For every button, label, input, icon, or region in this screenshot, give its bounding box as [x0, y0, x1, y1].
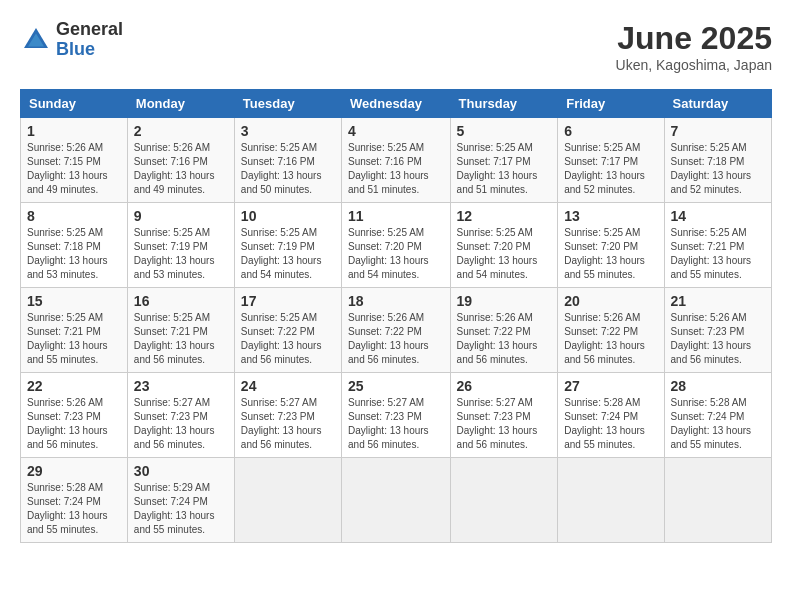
day-number: 15 — [27, 293, 121, 309]
calendar-week-row: 22 Sunrise: 5:26 AM Sunset: 7:23 PM Dayl… — [21, 373, 772, 458]
day-number: 9 — [134, 208, 228, 224]
logo-blue-label: Blue — [56, 40, 123, 60]
header-sunday: Sunday — [21, 90, 128, 118]
table-row: 3 Sunrise: 5:25 AM Sunset: 7:16 PM Dayli… — [234, 118, 341, 203]
day-number: 6 — [564, 123, 657, 139]
day-info: Sunrise: 5:26 AM Sunset: 7:22 PM Dayligh… — [457, 311, 552, 367]
table-row: 24 Sunrise: 5:27 AM Sunset: 7:23 PM Dayl… — [234, 373, 341, 458]
calendar-table: Sunday Monday Tuesday Wednesday Thursday… — [20, 89, 772, 543]
day-info: Sunrise: 5:25 AM Sunset: 7:19 PM Dayligh… — [134, 226, 228, 282]
day-info: Sunrise: 5:26 AM Sunset: 7:22 PM Dayligh… — [564, 311, 657, 367]
day-info: Sunrise: 5:29 AM Sunset: 7:24 PM Dayligh… — [134, 481, 228, 537]
day-info: Sunrise: 5:25 AM Sunset: 7:20 PM Dayligh… — [564, 226, 657, 282]
table-row: 11 Sunrise: 5:25 AM Sunset: 7:20 PM Dayl… — [342, 203, 451, 288]
day-info: Sunrise: 5:26 AM Sunset: 7:16 PM Dayligh… — [134, 141, 228, 197]
day-number: 1 — [27, 123, 121, 139]
table-row: 27 Sunrise: 5:28 AM Sunset: 7:24 PM Dayl… — [558, 373, 664, 458]
day-number: 13 — [564, 208, 657, 224]
day-info: Sunrise: 5:26 AM Sunset: 7:22 PM Dayligh… — [348, 311, 444, 367]
day-number: 12 — [457, 208, 552, 224]
day-info: Sunrise: 5:25 AM Sunset: 7:20 PM Dayligh… — [457, 226, 552, 282]
day-number: 17 — [241, 293, 335, 309]
day-number: 21 — [671, 293, 765, 309]
table-row: 6 Sunrise: 5:25 AM Sunset: 7:17 PM Dayli… — [558, 118, 664, 203]
header-tuesday: Tuesday — [234, 90, 341, 118]
day-info: Sunrise: 5:26 AM Sunset: 7:23 PM Dayligh… — [671, 311, 765, 367]
day-number: 2 — [134, 123, 228, 139]
table-row: 22 Sunrise: 5:26 AM Sunset: 7:23 PM Dayl… — [21, 373, 128, 458]
day-number: 24 — [241, 378, 335, 394]
table-row — [450, 458, 558, 543]
logo: General Blue — [20, 20, 123, 60]
day-number: 26 — [457, 378, 552, 394]
header-monday: Monday — [127, 90, 234, 118]
logo-icon — [20, 24, 52, 56]
header-thursday: Thursday — [450, 90, 558, 118]
logo-general-label: General — [56, 20, 123, 40]
header-wednesday: Wednesday — [342, 90, 451, 118]
day-info: Sunrise: 5:25 AM Sunset: 7:16 PM Dayligh… — [348, 141, 444, 197]
day-number: 8 — [27, 208, 121, 224]
table-row: 8 Sunrise: 5:25 AM Sunset: 7:18 PM Dayli… — [21, 203, 128, 288]
table-row: 4 Sunrise: 5:25 AM Sunset: 7:16 PM Dayli… — [342, 118, 451, 203]
header-saturday: Saturday — [664, 90, 771, 118]
day-info: Sunrise: 5:27 AM Sunset: 7:23 PM Dayligh… — [134, 396, 228, 452]
table-row: 1 Sunrise: 5:26 AM Sunset: 7:15 PM Dayli… — [21, 118, 128, 203]
table-row: 30 Sunrise: 5:29 AM Sunset: 7:24 PM Dayl… — [127, 458, 234, 543]
day-info: Sunrise: 5:25 AM Sunset: 7:18 PM Dayligh… — [671, 141, 765, 197]
table-row: 14 Sunrise: 5:25 AM Sunset: 7:21 PM Dayl… — [664, 203, 771, 288]
day-info: Sunrise: 5:27 AM Sunset: 7:23 PM Dayligh… — [348, 396, 444, 452]
day-info: Sunrise: 5:27 AM Sunset: 7:23 PM Dayligh… — [241, 396, 335, 452]
page-header: General Blue June 2025 Uken, Kagoshima, … — [20, 20, 772, 73]
day-number: 14 — [671, 208, 765, 224]
day-number: 23 — [134, 378, 228, 394]
table-row: 12 Sunrise: 5:25 AM Sunset: 7:20 PM Dayl… — [450, 203, 558, 288]
table-row: 13 Sunrise: 5:25 AM Sunset: 7:20 PM Dayl… — [558, 203, 664, 288]
table-row: 25 Sunrise: 5:27 AM Sunset: 7:23 PM Dayl… — [342, 373, 451, 458]
table-row — [234, 458, 341, 543]
day-info: Sunrise: 5:25 AM Sunset: 7:20 PM Dayligh… — [348, 226, 444, 282]
location: Uken, Kagoshima, Japan — [616, 57, 772, 73]
header-friday: Friday — [558, 90, 664, 118]
table-row: 19 Sunrise: 5:26 AM Sunset: 7:22 PM Dayl… — [450, 288, 558, 373]
day-number: 11 — [348, 208, 444, 224]
table-row: 10 Sunrise: 5:25 AM Sunset: 7:19 PM Dayl… — [234, 203, 341, 288]
logo-text: General Blue — [56, 20, 123, 60]
table-row: 26 Sunrise: 5:27 AM Sunset: 7:23 PM Dayl… — [450, 373, 558, 458]
day-info: Sunrise: 5:28 AM Sunset: 7:24 PM Dayligh… — [27, 481, 121, 537]
day-info: Sunrise: 5:28 AM Sunset: 7:24 PM Dayligh… — [564, 396, 657, 452]
table-row — [664, 458, 771, 543]
day-info: Sunrise: 5:25 AM Sunset: 7:22 PM Dayligh… — [241, 311, 335, 367]
day-number: 10 — [241, 208, 335, 224]
calendar-week-row: 1 Sunrise: 5:26 AM Sunset: 7:15 PM Dayli… — [21, 118, 772, 203]
day-number: 16 — [134, 293, 228, 309]
day-number: 18 — [348, 293, 444, 309]
table-row — [342, 458, 451, 543]
day-number: 19 — [457, 293, 552, 309]
table-row: 17 Sunrise: 5:25 AM Sunset: 7:22 PM Dayl… — [234, 288, 341, 373]
day-info: Sunrise: 5:25 AM Sunset: 7:21 PM Dayligh… — [27, 311, 121, 367]
day-number: 5 — [457, 123, 552, 139]
day-number: 4 — [348, 123, 444, 139]
calendar-week-row: 29 Sunrise: 5:28 AM Sunset: 7:24 PM Dayl… — [21, 458, 772, 543]
calendar-header-row: Sunday Monday Tuesday Wednesday Thursday… — [21, 90, 772, 118]
day-number: 27 — [564, 378, 657, 394]
day-info: Sunrise: 5:25 AM Sunset: 7:17 PM Dayligh… — [457, 141, 552, 197]
table-row: 29 Sunrise: 5:28 AM Sunset: 7:24 PM Dayl… — [21, 458, 128, 543]
day-number: 3 — [241, 123, 335, 139]
table-row: 18 Sunrise: 5:26 AM Sunset: 7:22 PM Dayl… — [342, 288, 451, 373]
table-row: 28 Sunrise: 5:28 AM Sunset: 7:24 PM Dayl… — [664, 373, 771, 458]
day-info: Sunrise: 5:25 AM Sunset: 7:17 PM Dayligh… — [564, 141, 657, 197]
table-row: 23 Sunrise: 5:27 AM Sunset: 7:23 PM Dayl… — [127, 373, 234, 458]
day-info: Sunrise: 5:25 AM Sunset: 7:16 PM Dayligh… — [241, 141, 335, 197]
day-number: 29 — [27, 463, 121, 479]
table-row: 21 Sunrise: 5:26 AM Sunset: 7:23 PM Dayl… — [664, 288, 771, 373]
day-info: Sunrise: 5:25 AM Sunset: 7:18 PM Dayligh… — [27, 226, 121, 282]
day-number: 30 — [134, 463, 228, 479]
day-number: 22 — [27, 378, 121, 394]
table-row: 7 Sunrise: 5:25 AM Sunset: 7:18 PM Dayli… — [664, 118, 771, 203]
table-row: 2 Sunrise: 5:26 AM Sunset: 7:16 PM Dayli… — [127, 118, 234, 203]
day-number: 20 — [564, 293, 657, 309]
day-info: Sunrise: 5:25 AM Sunset: 7:21 PM Dayligh… — [671, 226, 765, 282]
day-number: 28 — [671, 378, 765, 394]
